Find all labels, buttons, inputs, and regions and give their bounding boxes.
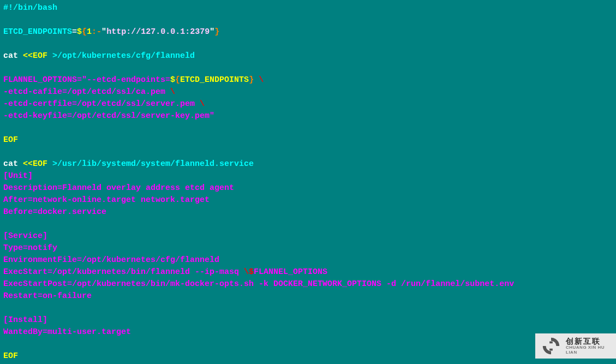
code-token: [Unit] — [3, 171, 33, 181]
watermark-text: 创新互联 CHUANG XIN HU LIAN — [566, 337, 611, 355]
code-line: -etcd-cafile=/opt/etcd/ssl/ca.pem \ — [3, 86, 613, 98]
code-token: FLANNEL_OPTIONS="--etcd-endpoints= — [3, 75, 170, 85]
code-line: Type=notify — [3, 242, 613, 254]
code-token: " — [101, 27, 106, 37]
code-line — [3, 338, 613, 350]
code-line: Description=Flanneld overlay address etc… — [3, 182, 613, 194]
code-token: >/usr/lib/systemd/system/flanneld.servic… — [52, 159, 254, 169]
code-token: { — [82, 27, 87, 37]
code-token: http://127.0.0.1:2379 — [106, 27, 210, 37]
code-token: Before=docker.service — [3, 207, 106, 217]
code-line: Restart=on-failure — [3, 290, 613, 302]
code-line: Before=docker.service — [3, 206, 613, 218]
code-token: \ — [200, 99, 205, 109]
code-token: } — [249, 75, 254, 85]
code-token: After=network-online.target network.targ… — [3, 195, 210, 205]
code-token: = — [72, 27, 77, 37]
code-line: cat <<EOF >/opt/kubernetes/cfg/flanneld — [3, 50, 613, 62]
code-line: After=network-online.target network.targ… — [3, 194, 613, 206]
code-line — [3, 218, 613, 230]
code-line: ExecStart=/opt/kubernetes/bin/flanneld -… — [3, 266, 613, 278]
code-line: [Install] — [3, 314, 613, 326]
code-token: <<EOF — [23, 51, 52, 61]
code-token: Description=Flanneld overlay address etc… — [3, 183, 234, 193]
watermark-en: CHUANG XIN HU LIAN — [566, 345, 611, 355]
code-line: -etcd-keyfile=/opt/etcd/ssl/server-key.p… — [3, 110, 613, 122]
code-line: EOF — [3, 134, 613, 146]
code-token: \$ — [244, 267, 254, 277]
code-token: WantedBy=multi-user.target — [3, 327, 131, 337]
code-line: EnvironmentFile=/opt/kubernetes/cfg/flan… — [3, 254, 613, 266]
code-line — [3, 302, 613, 314]
svg-rect-1 — [549, 349, 553, 351]
code-line: ExecStartPost=/opt/kubernetes/bin/mk-doc… — [3, 278, 613, 290]
code-token: $ — [170, 75, 175, 85]
code-token: cat — [3, 159, 23, 169]
code-token: \ — [259, 75, 264, 85]
code-token: [Install] — [3, 315, 47, 325]
code-line: FLANNEL_OPTIONS="--etcd-endpoints=${ETCD… — [3, 74, 613, 86]
code-token — [254, 75, 259, 85]
code-token: -etcd-certfile=/opt/etcd/ssl/server.pem — [3, 99, 200, 109]
code-token: ETCD_ENDPOINTS — [180, 75, 249, 85]
code-token: [Service] — [3, 231, 47, 241]
code-line — [3, 122, 613, 134]
code-line — [3, 14, 613, 26]
code-line: [Unit] — [3, 170, 613, 182]
code-token: #!/bin/bash — [3, 3, 57, 13]
code-token: Type=notify — [3, 243, 57, 253]
code-token: { — [175, 75, 180, 85]
code-line — [3, 38, 613, 50]
code-token: >/opt/kubernetes/cfg/flanneld — [52, 51, 195, 61]
code-line: ETCD_ENDPOINTS=${1:-"http://127.0.0.1:23… — [3, 26, 613, 38]
code-line: #!/bin/bash — [3, 2, 613, 14]
code-line: cat <<EOF >/usr/lib/systemd/system/flann… — [3, 158, 613, 170]
code-token: <<EOF — [23, 159, 52, 169]
code-token: EOF — [3, 351, 18, 361]
code-token: $ — [77, 27, 82, 37]
watermark-cn: 创新互联 — [566, 337, 611, 345]
code-token: :- — [92, 27, 101, 37]
code-token: ExecStartPost=/opt/kubernetes/bin/mk-doc… — [3, 279, 514, 289]
watermark: 创新互联 CHUANG XIN HU LIAN — [535, 333, 616, 359]
code-line — [3, 62, 613, 74]
code-line: -etcd-certfile=/opt/etcd/ssl/server.pem … — [3, 98, 613, 110]
code-token: \ — [170, 87, 175, 97]
code-token: EnvironmentFile=/opt/kubernetes/cfg/flan… — [3, 255, 219, 265]
code-line: WantedBy=multi-user.target — [3, 326, 613, 338]
code-token: -etcd-cafile=/opt/etcd/ssl/ca.pem — [3, 87, 170, 97]
svg-rect-0 — [549, 341, 553, 343]
code-token: 1 — [87, 27, 92, 37]
code-token: FLANNEL_OPTIONS — [254, 267, 327, 277]
code-block: #!/bin/bash ETCD_ENDPOINTS=${1:-"http://… — [3, 2, 613, 362]
watermark-logo-icon — [541, 336, 561, 356]
code-token: Restart=on-failure — [3, 291, 92, 301]
code-token: cat — [3, 51, 23, 61]
code-token: " — [210, 27, 214, 37]
code-token: ExecStart=/opt/kubernetes/bin/flanneld -… — [3, 267, 244, 277]
code-token: EOF — [3, 135, 18, 145]
code-token: -etcd-keyfile=/opt/etcd/ssl/server-key.p… — [3, 111, 214, 121]
code-token: ETCD_ENDPOINTS — [3, 27, 72, 37]
code-line: EOF — [3, 350, 613, 362]
code-line — [3, 146, 613, 158]
code-line: [Service] — [3, 230, 613, 242]
code-token: } — [214, 27, 219, 37]
